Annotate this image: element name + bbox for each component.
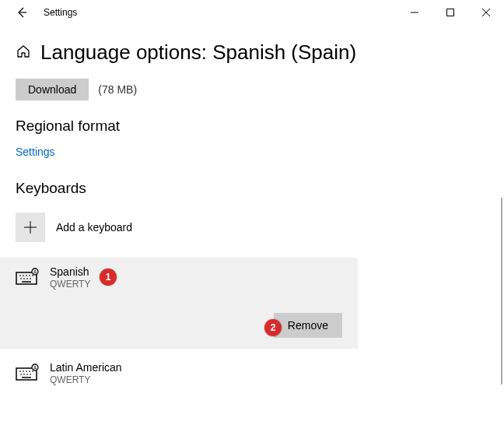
maximize-button[interactable]: [432, 0, 468, 25]
keyboard-item-latin-american[interactable]: A Latin American QWERTY: [0, 353, 358, 396]
remove-button[interactable]: Remove: [274, 313, 342, 338]
keyboards-heading: Keyboards: [16, 180, 488, 197]
keyboard-item-spanish[interactable]: A Spanish QWERTY 1 Remove 2: [0, 258, 358, 349]
keyboard-icon: A: [16, 363, 39, 383]
minimize-button[interactable]: [397, 0, 432, 25]
keyboard-name: Latin American: [50, 361, 122, 374]
home-icon[interactable]: [16, 44, 31, 61]
app-title: Settings: [37, 7, 77, 18]
keyboard-layout: QWERTY: [50, 279, 90, 290]
close-icon: [482, 9, 490, 16]
annotation-badge-1: 1: [100, 269, 117, 286]
annotation-badge-2: 2: [264, 319, 282, 336]
download-size: (78 MB): [98, 83, 137, 96]
keyboard-name: Spanish: [50, 265, 90, 278]
keyboard-icon: A: [16, 268, 39, 287]
download-button[interactable]: Download: [16, 79, 89, 100]
regional-settings-link[interactable]: Settings: [16, 146, 55, 158]
svg-text:A: A: [33, 365, 37, 371]
maximize-icon: [446, 9, 454, 16]
add-keyboard-button[interactable]: Add a keyboard: [0, 208, 358, 247]
page-title: Language options: Spanish (Spain): [40, 40, 356, 65]
arrow-left-icon: [16, 6, 28, 19]
keyboard-layout: QWERTY: [50, 374, 122, 385]
back-button[interactable]: [6, 0, 37, 25]
close-button[interactable]: [468, 0, 504, 25]
plus-icon: [16, 212, 45, 242]
add-keyboard-label: Add a keyboard: [56, 221, 132, 234]
svg-text:A: A: [33, 269, 37, 275]
regional-format-heading: Regional format: [16, 118, 488, 135]
svg-rect-2: [447, 9, 454, 16]
scrollbar[interactable]: [501, 198, 502, 385]
minimize-icon: [411, 9, 418, 16]
